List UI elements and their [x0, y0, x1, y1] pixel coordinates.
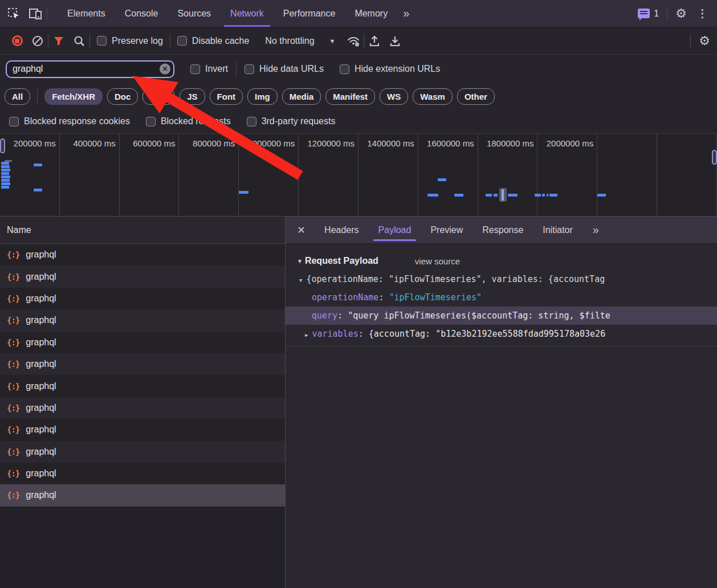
request-bar[interactable] [34, 164, 42, 166]
chip-fetchxhr[interactable]: Fetch/XHR [44, 88, 103, 105]
clear-filter-icon[interactable]: ✕ [160, 64, 170, 75]
tab-network[interactable]: Network [221, 0, 274, 27]
more-panels-icon[interactable]: » [397, 0, 414, 27]
more-detail-tabs-icon[interactable]: » [587, 217, 604, 243]
request-bar[interactable] [549, 194, 557, 197]
request-bar[interactable] [239, 191, 248, 194]
request-bar[interactable] [486, 194, 492, 197]
inspect-element-icon[interactable] [7, 7, 21, 21]
request-row[interactable]: {:}graphql [0, 244, 285, 266]
filter-toggle-button[interactable] [48, 32, 69, 50]
search-button[interactable] [69, 32, 89, 50]
detail-tab-initiator[interactable]: Initiator [533, 217, 582, 243]
timeline-handle[interactable] [712, 150, 717, 165]
request-bar[interactable] [427, 194, 438, 197]
chip-other[interactable]: Other [457, 88, 495, 105]
request-row[interactable]: {:}graphql [0, 397, 285, 419]
chip-manifest[interactable]: Manifest [325, 88, 375, 105]
record-network-log-button[interactable] [7, 32, 27, 50]
issues-button[interactable]: 1 [638, 9, 659, 19]
filter-input[interactable] [7, 64, 173, 74]
import-har-button[interactable] [364, 32, 385, 50]
checkbox--rd-party-requests[interactable]: 3rd-party requests [239, 116, 344, 126]
selected-request-marker[interactable] [499, 188, 507, 202]
tab-memory[interactable]: Memory [345, 0, 397, 27]
request-bar[interactable] [438, 178, 446, 181]
request-bar[interactable] [597, 194, 606, 197]
hide-extension-urls-checkbox[interactable]: Hide extension URLs [332, 64, 448, 74]
request-bar[interactable] [1, 186, 9, 189]
throttling-select[interactable]: No throttling ▼ [256, 36, 343, 46]
request-row[interactable]: {:}graphql [0, 353, 285, 375]
chip-ws[interactable]: WS [380, 88, 408, 105]
chip-all[interactable]: All [5, 88, 30, 105]
chip-js[interactable]: JS [180, 88, 205, 105]
chip-css[interactable]: CSS [142, 88, 175, 105]
expanded-triangle-icon[interactable]: ▼ [299, 277, 302, 283]
request-bar[interactable] [1, 169, 10, 172]
export-har-button[interactable] [385, 32, 405, 50]
request-bar[interactable] [1, 162, 9, 165]
device-toolbar-icon[interactable] [28, 7, 43, 21]
request-bar[interactable] [494, 194, 498, 197]
request-row[interactable]: {:}graphql [0, 375, 285, 397]
invert-checkbox[interactable]: Invert [182, 64, 236, 74]
chip-wasm[interactable]: Wasm [413, 88, 453, 105]
tab-sources[interactable]: Sources [168, 0, 221, 27]
name-column-header[interactable]: Name [0, 217, 285, 244]
payload-tree-row[interactable]: operationName: "ipFlowTimeseries" [286, 288, 717, 307]
close-detail-button[interactable]: ✕ [286, 217, 315, 243]
request-bar[interactable] [34, 189, 42, 191]
network-conditions-button[interactable] [343, 32, 364, 50]
collapse-triangle-icon[interactable]: ▼ [297, 258, 303, 264]
settings-gear-icon[interactable]: ⚙ [675, 7, 687, 20]
chip-doc[interactable]: Doc [107, 88, 138, 105]
request-bar[interactable] [547, 194, 548, 197]
request-row[interactable]: {:}graphql [0, 288, 285, 309]
request-row[interactable]: {:}graphql [0, 463, 285, 484]
detail-tab-preview[interactable]: Preview [421, 217, 472, 243]
request-row[interactable]: {:}graphql [0, 309, 285, 331]
tab-performance[interactable]: Performance [274, 0, 345, 27]
request-name: graphql [26, 250, 56, 260]
request-bar[interactable] [508, 194, 518, 197]
payload-plain-text: : [358, 329, 369, 339]
tab-elements[interactable]: Elements [58, 0, 115, 27]
request-bar[interactable] [454, 194, 463, 197]
preserve-log-checkbox[interactable]: Preserve log [90, 36, 170, 46]
chip-font[interactable]: Font [210, 88, 243, 105]
kebab-menu-icon[interactable]: ⋮ [695, 8, 710, 19]
payload-tree-row[interactable]: query: "query ipFlowTimeseries($accountT… [286, 307, 717, 325]
request-bar[interactable] [1, 165, 10, 168]
request-row[interactable]: {:}graphql [0, 484, 285, 506]
network-settings-gear-icon[interactable]: ⚙ [699, 35, 710, 47]
network-overview-timeline[interactable]: 200000 ms400000 ms600000 ms800000 ms1000… [0, 133, 717, 217]
chip-img[interactable]: Img [247, 88, 278, 105]
request-bar[interactable] [1, 172, 9, 175]
clear-network-log-button[interactable] [27, 32, 48, 50]
collapsed-triangle-icon[interactable]: ▶ [305, 332, 308, 338]
hide-data-urls-checkbox[interactable]: Hide data URLs [237, 64, 332, 74]
timeline-handle[interactable] [0, 138, 5, 153]
request-row[interactable]: {:}graphql [0, 441, 285, 463]
detail-tab-response[interactable]: Response [472, 217, 533, 243]
view-source-link[interactable]: view source [415, 256, 460, 266]
payload-tree-row[interactable]: ▼{operationName: "ipFlowTimeseries", var… [286, 270, 717, 288]
request-bar[interactable] [542, 194, 545, 197]
request-bar[interactable] [1, 175, 10, 178]
request-bar[interactable] [1, 182, 10, 185]
detail-tab-payload[interactable]: Payload [369, 217, 421, 243]
checkbox-blocked-requests[interactable]: Blocked requests [138, 116, 239, 126]
request-row[interactable]: {:}graphql [0, 266, 285, 287]
request-row[interactable]: {:}graphql [0, 419, 285, 440]
request-bar[interactable] [535, 194, 541, 197]
detail-tab-headers[interactable]: Headers [315, 217, 368, 243]
disable-cache-checkbox[interactable]: Disable cache [170, 36, 256, 46]
tab-console[interactable]: Console [115, 0, 168, 27]
chip-media[interactable]: Media [282, 88, 321, 105]
request-bar[interactable] [1, 179, 10, 182]
payload-tree-row[interactable]: ▶variables: {accountTag: "b12e3b2192ee55… [286, 325, 717, 343]
fetch-xhr-icon: {:} [7, 382, 19, 391]
request-row[interactable]: {:}graphql [0, 332, 285, 353]
checkbox-blocked-response-cookies[interactable]: Blocked response cookies [1, 116, 138, 126]
